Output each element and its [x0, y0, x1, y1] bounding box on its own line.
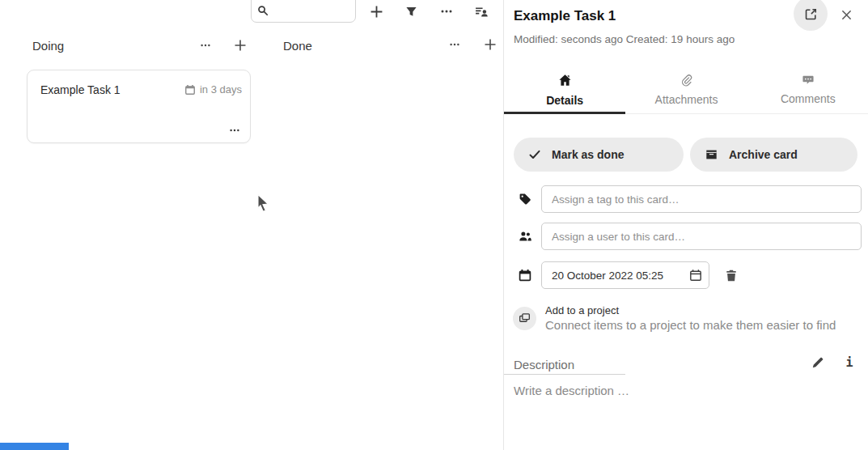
column-title-done: Done — [283, 39, 312, 53]
add-to-project-subtitle: Connect items to a project to make them … — [545, 318, 836, 332]
assign-tag-input[interactable] — [541, 185, 862, 213]
search-box — [251, 0, 356, 23]
card-menu-icon[interactable] — [229, 125, 240, 136]
column-doing-menu-icon[interactable] — [196, 36, 215, 55]
panel-meta: Modified: seconds ago Created: 19 hours … — [514, 33, 735, 45]
tag-icon — [519, 193, 531, 206]
date-picker-icon[interactable] — [683, 262, 709, 288]
assign-user-input[interactable] — [541, 223, 862, 250]
description-placeholder[interactable]: Write a description … — [514, 384, 629, 397]
card-due-date: in 3 days — [184, 83, 242, 96]
column-title-doing: Doing — [32, 39, 64, 53]
add-to-project-title: Add to a project — [545, 304, 619, 316]
archive-icon — [705, 148, 718, 161]
users-icon — [519, 230, 531, 243]
panel-title: Example Task 1 — [514, 8, 616, 24]
panel-tabs: Details Attachments Comments — [504, 69, 868, 114]
column-done-add-card-icon[interactable] — [481, 35, 500, 54]
column-doing-add-card-icon[interactable] — [231, 36, 250, 55]
due-date-value: 20 October 2022 05:25 — [542, 270, 683, 282]
tab-details[interactable]: Details — [504, 69, 625, 113]
tab-details-label: Details — [546, 94, 583, 107]
delete-due-date-icon[interactable] — [722, 266, 740, 284]
tab-comments-label: Comments — [781, 92, 836, 105]
add-to-project-row[interactable]: Add to a project Connect items to a proj… — [504, 301, 868, 335]
project-stack-icon — [513, 307, 536, 330]
archive-card-label: Archive card — [729, 148, 798, 161]
edit-description-pencil-icon[interactable] — [810, 354, 826, 371]
description-info-icon[interactable]: i — [842, 354, 857, 371]
home-icon — [558, 74, 572, 87]
mark-as-done-button[interactable]: Mark as done — [514, 138, 684, 172]
comment-icon — [802, 74, 815, 86]
tab-comments[interactable]: Comments — [747, 69, 868, 113]
archive-card-button[interactable]: Archive card — [690, 138, 857, 172]
card-details-panel: Example Task 1 Modified: seconds ago Cre… — [503, 0, 868, 450]
due-date-calendar-icon — [519, 269, 531, 282]
description-label: Description — [514, 358, 574, 371]
column-done-menu-icon[interactable] — [445, 35, 464, 54]
more-options-icon[interactable] — [436, 1, 457, 22]
description-underline — [504, 374, 625, 375]
open-in-new-window-icon[interactable] — [794, 0, 828, 31]
sort-by-assignee-icon[interactable] — [471, 1, 492, 22]
card-due-label: in 3 days — [200, 83, 242, 96]
calendar-icon — [184, 84, 196, 96]
bottom-accent-strip — [0, 443, 69, 450]
search-icon — [257, 5, 269, 16]
filter-icon[interactable] — [400, 1, 421, 22]
card-title: Example Task 1 — [40, 83, 121, 96]
due-date-input[interactable]: 20 October 2022 05:25 — [541, 261, 709, 289]
mark-as-done-label: Mark as done — [552, 148, 624, 161]
paperclip-icon — [680, 74, 692, 87]
tab-attachments[interactable]: Attachments — [625, 69, 747, 113]
search-input[interactable] — [273, 2, 354, 22]
mouse-cursor-icon — [255, 193, 272, 214]
close-icon[interactable] — [837, 6, 855, 23]
kanban-card[interactable]: Example Task 1 in 3 days — [27, 70, 251, 143]
kanban-app-window: Doing Done Example Task 1 in 3 days Exam… — [0, 0, 868, 450]
add-card-icon[interactable] — [366, 1, 387, 22]
check-icon — [528, 148, 541, 161]
tab-attachments-label: Attachments — [655, 93, 718, 106]
